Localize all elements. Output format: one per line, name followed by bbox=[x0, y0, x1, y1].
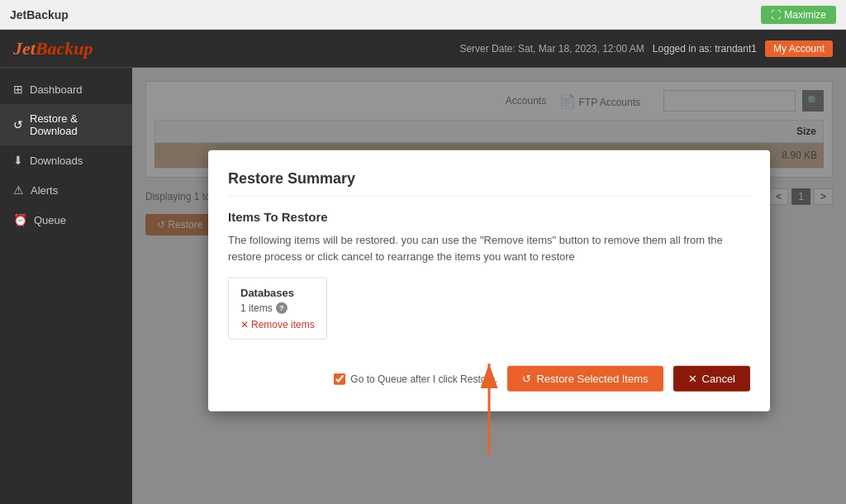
restore-selected-button[interactable]: ↺ Restore Selected Items bbox=[507, 366, 663, 392]
help-icon: ? bbox=[276, 302, 288, 314]
queue-checkbox[interactable] bbox=[334, 373, 345, 384]
remove-items-link[interactable]: ✕ Remove items bbox=[240, 319, 315, 330]
logo: JetBackup bbox=[13, 38, 93, 59]
sidebar-item-label: Restore & Download bbox=[30, 112, 119, 137]
cancel-button[interactable]: ✕ Cancel bbox=[673, 366, 750, 392]
sidebar-item-label: Downloads bbox=[30, 155, 83, 167]
restore-selected-icon: ↺ bbox=[522, 373, 531, 385]
databases-item-card: Databases 1 items ? ✕ Remove items bbox=[228, 278, 327, 340]
queue-checkbox-area: Go to Queue after I click Restore. bbox=[334, 373, 497, 384]
alerts-icon: ⚠ bbox=[13, 183, 24, 197]
items-grid: Databases 1 items ? ✕ Remove items bbox=[228, 278, 750, 340]
modal-title: Restore Summary bbox=[228, 170, 750, 197]
cancel-icon: ✕ bbox=[688, 373, 697, 385]
logged-in-text: Logged in as: trandant1 bbox=[653, 43, 757, 55]
item-card-title: Databases bbox=[240, 287, 315, 299]
item-card-count: 1 items ? bbox=[240, 302, 315, 314]
sidebar-item-queue[interactable]: ⏰ Queue bbox=[0, 205, 132, 235]
maximize-icon: ⛶ bbox=[771, 9, 781, 21]
maximize-button[interactable]: ⛶ Maximize bbox=[761, 6, 836, 24]
sidebar-item-dashboard[interactable]: ⊞ Dashboard bbox=[0, 74, 132, 104]
sidebar-item-alerts[interactable]: ⚠ Alerts bbox=[0, 175, 132, 205]
sidebar-item-label: Alerts bbox=[31, 184, 58, 197]
queue-icon: ⏰ bbox=[13, 213, 27, 226]
modal-footer: Go to Queue after I click Restore. ↺ Res… bbox=[228, 356, 750, 392]
modal-description: The following items will be restored. yo… bbox=[228, 232, 750, 264]
app-container: JetBackup Server Date: Sat, Mar 18, 2023… bbox=[0, 30, 846, 504]
content-area: ⊞ Dashboard ↺ Restore & Download ⬇ Downl… bbox=[0, 68, 846, 504]
sidebar: ⊞ Dashboard ↺ Restore & Download ⬇ Downl… bbox=[0, 68, 132, 504]
server-date: Server Date: Sat, Mar 18, 2023, 12:00 AM bbox=[459, 43, 644, 55]
modal-section-title: Items To Restore bbox=[228, 210, 750, 224]
remove-icon: ✕ bbox=[240, 319, 249, 330]
header-right: Server Date: Sat, Mar 18, 2023, 12:00 AM… bbox=[459, 40, 833, 57]
downloads-icon: ⬇ bbox=[13, 154, 23, 167]
sidebar-item-restore[interactable]: ↺ Restore & Download bbox=[0, 104, 132, 145]
app-title: JetBackup bbox=[10, 8, 69, 21]
queue-checkbox-label: Go to Queue after I click Restore. bbox=[350, 373, 497, 384]
title-bar: JetBackup ⛶ Maximize bbox=[0, 0, 846, 30]
sidebar-item-label: Dashboard bbox=[30, 83, 83, 96]
sidebar-item-label: Queue bbox=[34, 214, 66, 226]
main-content: Accounts 📄 FTP Accounts 🔍 Size 8.90 KB D… bbox=[132, 68, 846, 504]
dashboard-icon: ⊞ bbox=[13, 83, 23, 96]
my-account-button[interactable]: My Account bbox=[765, 40, 833, 57]
restore-icon: ↺ bbox=[13, 118, 23, 131]
sidebar-item-downloads[interactable]: ⬇ Downloads bbox=[0, 145, 132, 175]
top-header: JetBackup Server Date: Sat, Mar 18, 2023… bbox=[0, 30, 846, 68]
restore-summary-modal: Restore Summary Items To Restore The fol… bbox=[208, 150, 770, 411]
